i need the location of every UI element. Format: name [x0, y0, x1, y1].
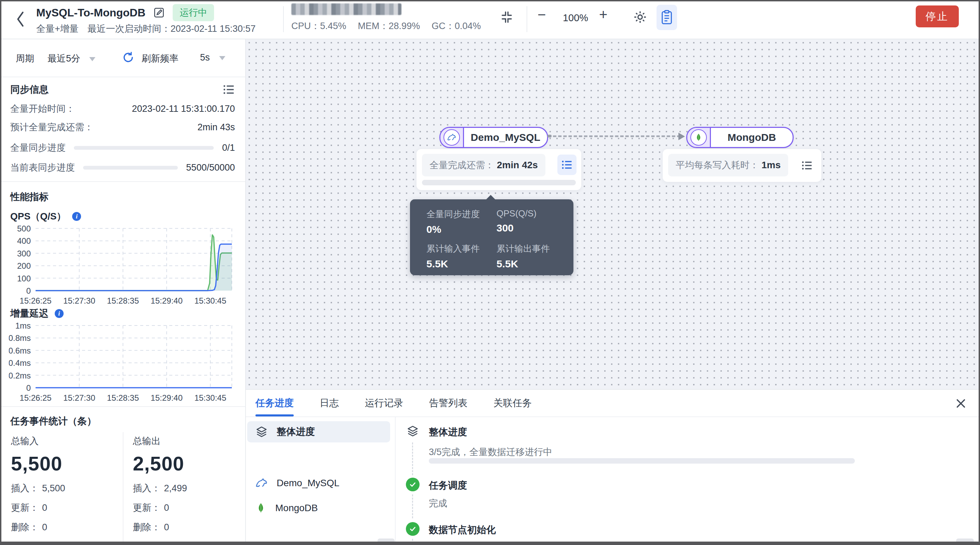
stop-button[interactable]: 停止: [916, 5, 959, 27]
input-stats-column: 总输入 5,500 插入：5,500 更新：0 删除：0 DDL：0: [10, 432, 123, 545]
tab-task-progress[interactable]: 任务进度: [255, 390, 294, 416]
stat-line: 更新：0: [133, 502, 235, 514]
source-node-port[interactable]: [547, 135, 552, 137]
svg-text:15:28:35: 15:28:35: [107, 296, 139, 305]
progress-bar: [74, 146, 214, 150]
total-output-value: 2,500: [133, 452, 235, 475]
full-sync-progress-row: 全量同步进度 0/1: [10, 141, 235, 154]
header-divider: [283, 6, 284, 32]
check-icon: [406, 522, 420, 536]
last-start-time: 最近一次启动时间：2023-02-11 15:30:57: [88, 22, 256, 35]
fit-screen-button[interactable]: [498, 9, 515, 25]
svg-text:15:27:30: 15:27:30: [63, 296, 95, 305]
svg-text:0.8ms: 0.8ms: [9, 334, 31, 343]
refresh-icon: [122, 51, 135, 64]
horizontal-scrollbar[interactable]: [377, 539, 395, 543]
header: MySQL-To-MongoDB 运行中 全量+增量 最近一次启动时间：2023…: [0, 0, 980, 39]
bottom-panel: 任务进度 日志 运行记录 告警列表 关联任务 整体进度 Demo_MySQ: [246, 389, 980, 545]
list-item-label: MongoDB: [275, 503, 318, 513]
timeline-step-desc: 3/5完成，全量数据迁移进行中: [429, 446, 552, 458]
timeline-step-icon: [406, 522, 420, 536]
source-node-card: 全量完成还需： 2min 42s: [417, 149, 581, 190]
monitor-panel-button[interactable]: [657, 5, 677, 30]
target-node[interactable]: MongoDB: [686, 127, 794, 148]
qps-chart-title: QPS（Q/S）: [10, 209, 66, 224]
source-node-icon-area: [441, 128, 464, 147]
node-stats-tooltip: 全量同步进度 0% QPS(Q/S) 300 累计输入事件 5.5K 累计输出事…: [410, 199, 573, 275]
tooltip-item: 累计输出事件 5.5K: [496, 243, 566, 270]
total-input-value: 5,500: [11, 452, 123, 475]
stat-line: DDL：0: [11, 540, 123, 545]
period-controls: 周期 最近5分 刷新频率 5s: [0, 39, 245, 77]
tooltip-item: QPS(Q/S) 300: [496, 208, 566, 235]
task-monitor-app: MySQL-To-MongoDB 运行中 全量+增量 最近一次启动时间：2023…: [0, 0, 980, 545]
tooltip-item: 全量同步进度 0%: [426, 208, 496, 235]
zoom-in-button[interactable]: +: [599, 8, 608, 22]
tab-run-records[interactable]: 运行记录: [365, 390, 403, 416]
output-stats-column: 总输出 2,500 插入：2,499 更新：0 删除：0 DDL：1: [123, 432, 235, 545]
sync-info-menu-icon[interactable]: [223, 84, 235, 95]
info-icon[interactable]: i: [55, 309, 64, 318]
refresh-select[interactable]: 5s: [200, 52, 225, 63]
svg-text:15:26:25: 15:26:25: [19, 393, 51, 402]
gear-icon: [633, 10, 648, 25]
list-item-overall[interactable]: 整体进度: [247, 421, 390, 442]
svg-text:0: 0: [26, 286, 31, 296]
svg-text:200: 200: [17, 261, 31, 270]
info-icon[interactable]: i: [72, 212, 81, 221]
list-item-source[interactable]: Demo_MySQL: [247, 472, 390, 494]
zoom-out-button[interactable]: −: [538, 8, 546, 22]
pipeline-canvas[interactable]: [246, 39, 980, 389]
progress-timeline: 整体进度 3/5完成，全量数据迁移进行中 任务调度 完成 数据节点初始化: [395, 417, 980, 545]
refresh-label: 刷新频率: [142, 52, 178, 65]
tab-logs[interactable]: 日志: [320, 390, 339, 416]
total-input-label: 总输入: [11, 435, 123, 447]
timeline-connector: [412, 442, 413, 475]
edge-arrow-icon: [678, 133, 685, 140]
timeline-connector: [412, 539, 413, 545]
pipeline-edge: [548, 135, 681, 137]
page-title: MySQL-To-MongoDB: [36, 6, 145, 19]
svg-text:0.2ms: 0.2ms: [9, 371, 31, 380]
svg-text:500: 500: [17, 224, 31, 233]
timeline-connector: [412, 494, 413, 518]
source-node-label: Demo_MySQL: [464, 128, 547, 147]
mongodb-icon: [694, 133, 703, 142]
source-card-menu-button[interactable]: [557, 154, 576, 175]
sync-mode: 全量+增量: [36, 22, 79, 35]
redacted-text: [291, 3, 401, 15]
refresh-button[interactable]: [122, 51, 135, 66]
target-card-menu-button[interactable]: [797, 155, 816, 176]
list-item-target[interactable]: MongoDB: [247, 497, 390, 519]
svg-text:15:28:35: 15:28:35: [107, 393, 139, 402]
progress-node-list: 整体进度 Demo_MySQL MongoDB: [246, 417, 395, 545]
back-button[interactable]: [15, 10, 29, 28]
title-row: MySQL-To-MongoDB 运行中: [36, 4, 214, 21]
tab-related-tasks[interactable]: 关联任务: [493, 390, 532, 416]
svg-text:0.4ms: 0.4ms: [9, 358, 31, 367]
source-node[interactable]: Demo_MySQL: [439, 127, 548, 148]
stat-line: 插入：2,499: [133, 482, 235, 494]
list-icon: [223, 84, 235, 95]
svg-text:15:26:25: 15:26:25: [19, 296, 51, 305]
delay-chart-title: 增量延迟: [10, 307, 49, 321]
settings-button[interactable]: [631, 8, 649, 26]
event-stats-section: 任务事件统计（条） 总输入 5,500 插入：5,500 更新：0 删除：0 D…: [0, 407, 245, 545]
svg-text:15:27:30: 15:27:30: [63, 393, 95, 402]
timeline-step-desc: 完成: [429, 497, 447, 510]
performance-title: 性能指标: [10, 189, 235, 205]
layers-icon: [406, 424, 420, 438]
tooltip-item: 累计输入事件 5.5K: [426, 243, 496, 270]
overall-progress-bar: [429, 458, 855, 464]
edit-icon[interactable]: [153, 6, 165, 19]
resource-stats: CPU：5.45% MEM：28.99% GC：0.04%: [291, 20, 481, 32]
svg-text:15:30:45: 15:30:45: [194, 296, 226, 305]
list-item-label: Demo_MySQL: [277, 478, 340, 489]
qps-chart: 010020030040050015:26:2515:27:3015:28:35…: [9, 224, 235, 306]
period-select[interactable]: 最近5分: [48, 52, 95, 65]
close-panel-button[interactable]: [953, 396, 968, 411]
horizontal-scrollbar[interactable]: [956, 539, 974, 543]
mongodb-icon: [255, 502, 267, 514]
tab-alerts[interactable]: 告警列表: [429, 390, 468, 416]
list-item-label: 整体进度: [277, 425, 315, 439]
